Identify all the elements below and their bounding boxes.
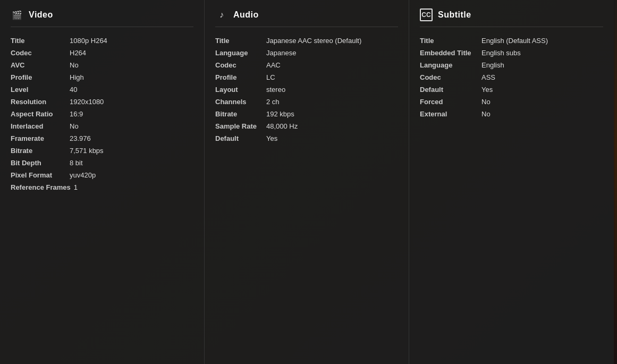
info-label: Bit Depth (11, 159, 66, 167)
table-row: Codec ASS (420, 73, 603, 81)
table-row: Profile LC (215, 73, 398, 81)
subtitle-panel-header: CC Subtitle (420, 9, 603, 27)
table-row: Bitrate 192 kbps (215, 110, 398, 118)
info-label: Reference Frames (11, 183, 71, 191)
info-label: Default (420, 86, 478, 94)
info-value: 40 (70, 86, 77, 94)
info-value: English (481, 61, 504, 69)
info-label: Sample Rate (215, 122, 263, 130)
table-row: Interlaced No (11, 122, 193, 130)
info-value: AAC (266, 61, 281, 69)
info-label: Channels (215, 98, 263, 106)
info-label: Resolution (11, 98, 66, 106)
info-value: stereo (266, 86, 285, 94)
info-value: 192 kbps (266, 110, 294, 118)
table-row: Layout stereo (215, 86, 398, 94)
info-value: ASS (481, 73, 495, 81)
info-label: Pixel Format (11, 171, 66, 179)
table-row: Forced No (420, 98, 603, 106)
info-label: Profile (11, 73, 66, 81)
table-row: Bit Depth 8 bit (11, 159, 193, 167)
audio-icon: ♪ (215, 9, 228, 21)
info-value: 48,000 Hz (266, 122, 298, 130)
table-row: External No (420, 110, 603, 118)
info-value: Yes (266, 134, 277, 142)
info-value: Japanese AAC stereo (Default) (266, 37, 361, 45)
video-panel-title: Video (29, 10, 53, 20)
info-value: LC (266, 73, 275, 81)
info-label: External (420, 110, 478, 118)
subtitle-panel: CC Subtitle Title English (Default ASS) … (409, 0, 614, 364)
info-label: Language (215, 49, 263, 57)
info-value: 8 bit (70, 159, 83, 167)
video-panel: 🎬 Video Title 1080p H264 Codec H264 AVC … (0, 0, 205, 364)
info-value: 16:9 (70, 110, 83, 118)
info-value: H264 (70, 49, 86, 57)
info-label: Codec (420, 73, 478, 81)
info-value: 1080p H264 (70, 37, 107, 45)
info-label: Layout (215, 86, 263, 94)
info-value: English subs (481, 49, 521, 57)
info-value: English (Default ASS) (481, 37, 548, 45)
table-row: Title 1080p H264 (11, 37, 193, 45)
table-row: Default Yes (215, 134, 398, 142)
table-row: Title English (Default ASS) (420, 37, 603, 45)
info-value: No (481, 110, 491, 118)
video-panel-header: 🎬 Video (11, 9, 193, 27)
info-label: Bitrate (215, 110, 263, 118)
audio-panel-header: ♪ Audio (215, 9, 398, 27)
info-label: Interlaced (11, 122, 66, 130)
info-label: Title (420, 37, 478, 45)
table-row: Profile High (11, 73, 193, 81)
info-value: No (70, 122, 79, 130)
table-row: Pixel Format yuv420p (11, 171, 193, 179)
info-value: yuv420p (70, 171, 96, 179)
table-row: Reference Frames 1 (11, 183, 193, 191)
info-label: Default (215, 134, 263, 142)
video-rows: Title 1080p H264 Codec H264 AVC No Profi… (11, 37, 193, 191)
info-value: High (70, 73, 84, 81)
panels-container: 🎬 Video Title 1080p H264 Codec H264 AVC … (0, 0, 617, 364)
info-label: Title (11, 37, 66, 45)
subtitle-panel-title: Subtitle (438, 10, 471, 20)
right-background (614, 0, 617, 364)
info-label: AVC (11, 61, 66, 69)
info-value: Japanese (266, 49, 296, 57)
info-label: Language (420, 61, 478, 69)
info-label: Framerate (11, 134, 66, 142)
info-value: No (70, 61, 79, 69)
video-icon: 🎬 (11, 9, 23, 21)
subtitle-rows: Title English (Default ASS) Embedded Tit… (420, 37, 603, 118)
info-label: Profile (215, 73, 263, 81)
info-label: Title (215, 37, 263, 45)
info-value: 2 ch (266, 98, 280, 106)
table-row: Framerate 23.976 (11, 134, 193, 142)
audio-panel: ♪ Audio Title Japanese AAC stereo (Defau… (205, 0, 409, 364)
info-label: Embedded Title (420, 49, 478, 57)
info-label: Aspect Ratio (11, 110, 66, 118)
table-row: Sample Rate 48,000 Hz (215, 122, 398, 130)
info-label: Forced (420, 98, 478, 106)
table-row: AVC No (11, 61, 193, 69)
info-label: Level (11, 86, 66, 94)
table-row: Channels 2 ch (215, 98, 398, 106)
table-row: Aspect Ratio 16:9 (11, 110, 193, 118)
table-row: Codec AAC (215, 61, 398, 69)
table-row: Language English (420, 61, 603, 69)
audio-rows: Title Japanese AAC stereo (Default) Lang… (215, 37, 398, 142)
info-value: 7,571 kbps (70, 147, 104, 155)
info-label: Bitrate (11, 147, 66, 155)
table-row: Level 40 (11, 86, 193, 94)
info-value: 1920x1080 (70, 98, 104, 106)
info-label: Codec (11, 49, 66, 57)
info-value: 23.976 (70, 134, 91, 142)
table-row: Default Yes (420, 86, 603, 94)
audio-panel-title: Audio (233, 10, 259, 20)
table-row: Resolution 1920x1080 (11, 98, 193, 106)
info-value: No (481, 98, 491, 106)
table-row: Embedded Title English subs (420, 49, 603, 57)
table-row: Language Japanese (215, 49, 398, 57)
info-label: Codec (215, 61, 263, 69)
table-row: Bitrate 7,571 kbps (11, 147, 193, 155)
subtitle-icon: CC (420, 9, 433, 21)
